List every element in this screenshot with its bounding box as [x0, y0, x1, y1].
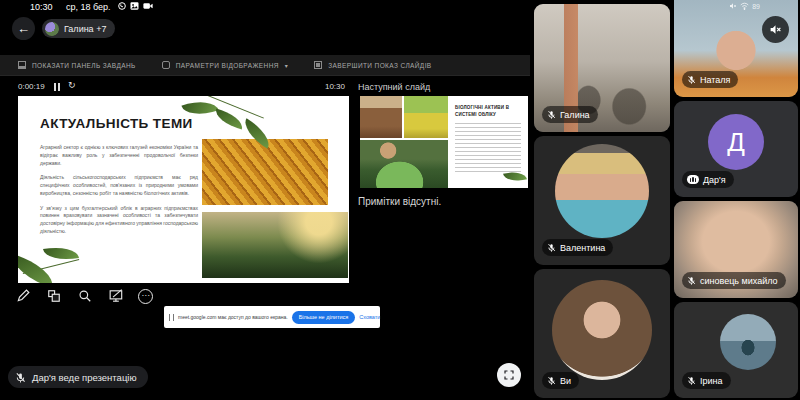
participant-tile-valentyna[interactable]: Валентина [534, 136, 670, 265]
presenter-notes: Примітки відсутні. [358, 196, 441, 207]
participant-name-pill: Валентина [542, 239, 613, 256]
more-tools-button[interactable]: ⋯ [138, 289, 153, 304]
back-icon: ← [17, 21, 30, 36]
display-settings-button[interactable]: ПАРАМЕТРИ ВІДОБРАЖЕННЯ ▾ [162, 61, 289, 69]
next-slide-images [360, 96, 448, 188]
more-icon: ⋯ [142, 292, 150, 300]
status-date: ср, 18 бер. [66, 2, 111, 12]
slide-paragraph: У зв'язку з цим бухгалтерський облік в а… [40, 205, 198, 236]
field-photo [202, 212, 348, 278]
participant-name: Ви [560, 376, 571, 386]
participant-tile-iryna[interactable]: Ірина [674, 302, 798, 398]
status-notification-icons [118, 2, 153, 10]
participant-tile-natalya[interactable]: 89 Наталя [674, 0, 798, 97]
end-slideshow-label: ЗАВЕРШИТИ ПОКАЗ СЛАЙДІВ [328, 62, 431, 69]
mic-off-icon [547, 110, 556, 119]
participant-tile-mykhailo[interactable]: синовець михайло [674, 201, 798, 298]
mic-off-icon [687, 376, 696, 385]
presenting-status-text: Дар'я веде презентацію [32, 372, 137, 383]
mic-off-icon [687, 75, 696, 84]
meet-app-screen: 10:30 ср, 18 бер. ← Галина +7 ПОКАЗАТИ П… [0, 0, 800, 400]
participant-name: Галина [560, 110, 590, 120]
participant-avatar: Д [708, 114, 764, 170]
pen-tool-button[interactable] [14, 287, 32, 305]
volume-muted-icon [729, 2, 737, 10]
farmer-photo [360, 140, 448, 188]
restart-timer-icon[interactable]: ↻ [68, 80, 76, 90]
participant-name-pill: Ви [542, 372, 579, 389]
participant-name-pill: Ірина [682, 372, 731, 389]
mic-off-icon [15, 372, 26, 383]
pause-timer-icon[interactable] [54, 83, 60, 91]
presenter-tools: ⋯ [14, 286, 153, 306]
participant-name: Валентина [560, 243, 605, 253]
next-slide-thumbnail[interactable]: БІОЛОГІЧНІ АКТИВИ В СИСТЕМІ ОБЛІКУ [360, 96, 528, 188]
participant-name-pill: Дар'я [682, 171, 734, 188]
participant-name: Дар'я [703, 175, 726, 185]
hide-notification-link[interactable]: Сховати [359, 314, 380, 320]
leaf-decoration [213, 109, 245, 130]
magnifier-icon [78, 289, 92, 303]
ppt-toolbar: ПОКАЗАТИ ПАНЕЛЬ ЗАВДАНЬ ПАРАМЕТРИ ВІДОБР… [0, 55, 530, 76]
chevron-down-icon: ▾ [285, 62, 288, 69]
participants-pill-label: Галина +7 [64, 24, 106, 34]
zoom-tool-button[interactable] [76, 287, 94, 305]
fullscreen-button[interactable] [497, 363, 521, 387]
status-time: 10:30 [30, 2, 53, 12]
speaker-off-icon [769, 23, 782, 36]
status-bar: 10:30 ср, 18 бер. [0, 0, 530, 15]
screen-share-notification: meet.google.com має доступ до вашого екр… [164, 306, 380, 328]
display-tool-button[interactable] [107, 287, 125, 305]
stop-sharing-button[interactable]: Більше не ділитися [292, 311, 356, 324]
participant-name: синовець михайло [700, 276, 778, 286]
speaking-indicator-icon [687, 175, 699, 184]
timer-row: 0:00:19 ↻ 10:30 [0, 80, 530, 94]
show-taskbar-button[interactable]: ПОКАЗАТИ ПАНЕЛЬ ЗАВДАНЬ [18, 61, 136, 69]
participant-avatar [552, 280, 652, 380]
yellow-field-photo [404, 96, 448, 138]
slides-icon [47, 289, 61, 303]
battery-level: 89 [752, 3, 760, 10]
current-slide[interactable]: АКТУАЛЬНІСТЬ ТЕМИ Аграрний сектор є одні… [18, 96, 349, 283]
taskbar-icon [18, 61, 26, 69]
end-slideshow-icon [314, 61, 322, 69]
participant-avatar [555, 144, 649, 238]
display-settings-label: ПАРАМЕТРИ ВІДОБРАЖЕННЯ [176, 62, 279, 69]
participant-name: Ірина [700, 376, 723, 386]
mic-off-icon [547, 243, 556, 252]
current-time: 10:30 [325, 82, 345, 91]
mic-off-icon [687, 276, 696, 285]
slideshow-timer: 0:00:19 [18, 82, 45, 91]
corn-photo [202, 139, 328, 205]
next-slide-heading: Наступний слайд [358, 82, 430, 92]
slide-paragraph: Аграрний сектор є однією з ключових галу… [40, 144, 198, 167]
wifi-icon [740, 2, 749, 10]
phone-app-icon [118, 2, 126, 10]
audio-muted-bubble [762, 16, 789, 43]
avatar-letter: Д [727, 127, 745, 158]
next-slide-body-placeholder [455, 123, 521, 175]
end-slideshow-button[interactable]: ЗАВЕРШИТИ ПОКАЗ СЛАЙДІВ [314, 61, 431, 69]
monitor-pen-icon [109, 289, 124, 303]
mic-off-icon [547, 376, 556, 385]
image-notification-icon [130, 2, 139, 10]
slide-title: АКТУАЛЬНІСТЬ ТЕМИ [40, 116, 193, 131]
presenting-status-pill[interactable]: Дар'я веде презентацію [8, 366, 148, 388]
participant-tile-darya[interactable]: Д Дар'я [674, 101, 798, 197]
show-taskbar-label: ПОКАЗАТИ ПАНЕЛЬ ЗАВДАНЬ [32, 62, 136, 69]
next-slide-text-area: БІОЛОГІЧНІ АКТИВИ В СИСТЕМІ ОБЛІКУ [448, 96, 528, 188]
participants-pill[interactable]: Галина +7 [42, 19, 115, 38]
cows-photo [360, 96, 402, 138]
participant-avatar [720, 314, 776, 370]
fullscreen-icon [503, 369, 515, 381]
participant-name-pill: синовець михайло [682, 272, 786, 289]
slide-paragraph: Діяльність сільськогосподарських підприє… [40, 174, 198, 197]
back-button[interactable]: ← [12, 17, 35, 40]
participant-name-pill: Наталя [682, 71, 738, 88]
slide-navigator-button[interactable] [45, 287, 63, 305]
share-indicator-icon [169, 314, 174, 321]
participant-tile-galina[interactable]: Галина [534, 4, 670, 132]
device-status-overlay: 89 [729, 2, 760, 10]
participant-tile-self[interactable]: Ви [534, 269, 670, 398]
group-avatar [45, 22, 59, 36]
